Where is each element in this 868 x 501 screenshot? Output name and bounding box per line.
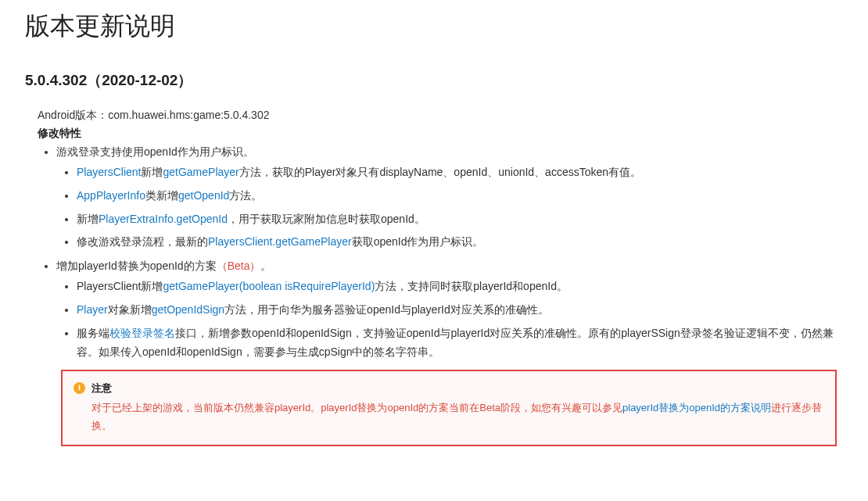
- list-item: 新增PlayerExtraInfo.getOpenId，用于获取玩家附加信息时获…: [77, 210, 843, 229]
- text-fragment: ，用于获取玩家附加信息时获取openId。: [228, 213, 425, 225]
- info-icon: i: [74, 382, 85, 394]
- api-link[interactable]: Player: [77, 303, 108, 316]
- version-heading: 5.0.4.302（2020-12-02）: [25, 70, 843, 91]
- text-fragment: 新增: [141, 166, 163, 178]
- doc-link[interactable]: playerId替换为openId的方案说明: [622, 402, 771, 413]
- api-link[interactable]: 校验登录签名: [109, 327, 175, 339]
- text-fragment: 对象新增: [108, 303, 152, 316]
- text-fragment: 方法，用于向华为服务器验证openId与playerId对应关系的准确性。: [224, 303, 549, 316]
- list-item: Player对象新增getOpenIdSign方法，用于向华为服务器验证open…: [77, 301, 843, 320]
- notice-box: i 注意 对于已经上架的游戏，当前版本仍然兼容playerId。playerId…: [61, 370, 837, 446]
- text-fragment: 类新增: [145, 189, 178, 202]
- list-item: AppPlayerInfo类新增getOpenId方法。: [77, 187, 843, 206]
- android-version-line: Android版本：com.huawei.hms:game:5.0.4.302: [38, 106, 843, 125]
- text-fragment: 对于已经上架的游戏，当前版本仍然兼容playerId。playerId替换为op…: [91, 402, 622, 413]
- page-title: 版本更新说明: [25, 9, 843, 44]
- content-region: Android版本：com.huawei.hms:game:5.0.4.302 …: [25, 106, 843, 446]
- list-item: 服务端校验登录签名接口，新增参数openId和openIdSign，支持验证op…: [77, 324, 843, 362]
- list-item: PlayersClient新增getGamePlayer方法，获取的Player…: [77, 163, 843, 182]
- beta-tag: （Beta）: [217, 259, 261, 272]
- api-link[interactable]: AppPlayerInfo: [77, 189, 145, 202]
- sub-list: PlayersClient新增getGamePlayer方法，获取的Player…: [56, 163, 843, 252]
- text-fragment: 接口，新增参数openId和openIdSign，支持验证openId与play…: [77, 327, 834, 358]
- feature-text: 游戏登录支持使用openId作为用户标识。: [56, 145, 254, 158]
- text-fragment: PlayersClient新增: [77, 280, 163, 292]
- api-link[interactable]: PlayersClient: [77, 166, 141, 178]
- api-link[interactable]: getOpenIdSign: [152, 303, 224, 316]
- list-item: 增加playerId替换为openId的方案（Beta）。 PlayersCli…: [56, 256, 843, 446]
- api-link[interactable]: getGamePlayer: [163, 166, 239, 178]
- notice-header: i 注意: [74, 379, 823, 397]
- text-fragment: 方法，获取的Player对象只有displayName、openId、union…: [239, 166, 641, 178]
- api-link[interactable]: getGamePlayer(boolean isRequirePlayerId): [163, 280, 375, 292]
- list-item: PlayersClient新增getGamePlayer(boolean isR…: [77, 277, 843, 296]
- text-fragment: 修改游戏登录流程，最新的: [77, 235, 208, 248]
- text-fragment: 方法，支持同时获取playerId和openId。: [375, 280, 568, 292]
- text-fragment: 。: [260, 259, 271, 272]
- list-item: 修改游戏登录流程，最新的PlayersClient.getGamePlayer获…: [77, 233, 843, 252]
- text-fragment: 服务端: [77, 327, 109, 339]
- text-fragment: 获取openId作为用户标识。: [352, 235, 484, 248]
- sub-list: PlayersClient新增getGamePlayer(boolean isR…: [56, 277, 843, 361]
- text-fragment: 新增: [77, 213, 99, 225]
- api-link[interactable]: getOpenId: [178, 189, 229, 202]
- list-item: 游戏登录支持使用openId作为用户标识。 PlayersClient新增get…: [56, 142, 843, 252]
- notice-label: 注意: [91, 379, 112, 397]
- features-subhead: 修改特性: [38, 127, 843, 141]
- text-fragment: 增加playerId替换为openId的方案: [56, 259, 217, 272]
- api-link[interactable]: PlayersClient.getGamePlayer: [208, 235, 352, 248]
- notice-body: 对于已经上架的游戏，当前版本仍然兼容playerId。playerId替换为op…: [74, 399, 823, 435]
- api-link[interactable]: PlayerExtraInfo.getOpenId: [99, 213, 228, 225]
- text-fragment: 方法。: [229, 189, 262, 202]
- feature-list: 游戏登录支持使用openId作为用户标识。 PlayersClient新增get…: [33, 142, 843, 446]
